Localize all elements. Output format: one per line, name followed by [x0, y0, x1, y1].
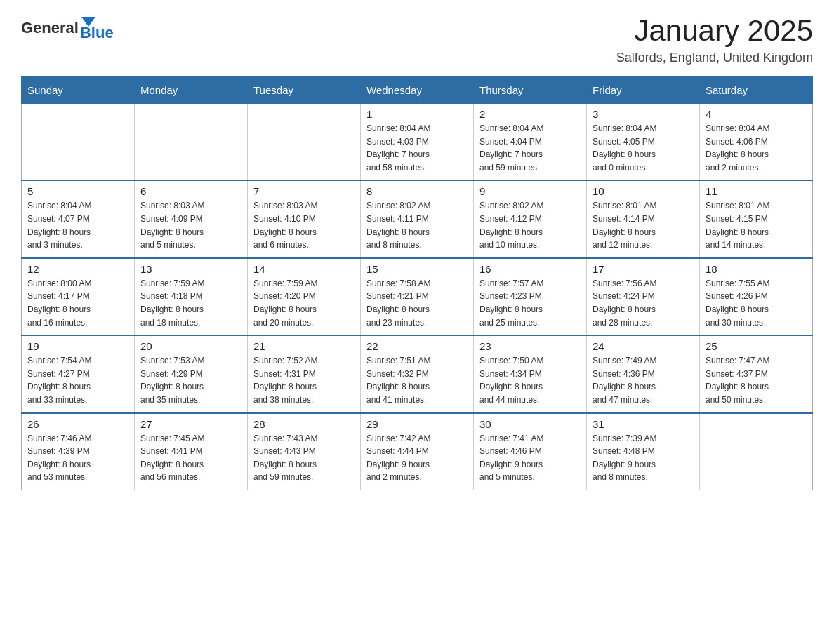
calendar-cell: 22Sunrise: 7:51 AM Sunset: 4:32 PM Dayli…	[361, 335, 474, 412]
day-info: Sunrise: 7:50 AM Sunset: 4:34 PM Dayligh…	[479, 354, 581, 406]
calendar-cell: 12Sunrise: 8:00 AM Sunset: 4:17 PM Dayli…	[22, 258, 135, 335]
day-number: 7	[253, 185, 355, 197]
header-monday: Monday	[135, 77, 248, 104]
header-tuesday: Tuesday	[248, 77, 361, 104]
calendar-cell: 2Sunrise: 8:04 AM Sunset: 4:04 PM Daylig…	[474, 104, 587, 181]
day-info: Sunrise: 7:42 AM Sunset: 4:44 PM Dayligh…	[366, 432, 468, 484]
calendar-cell: 19Sunrise: 7:54 AM Sunset: 4:27 PM Dayli…	[22, 335, 135, 412]
calendar-cell: 29Sunrise: 7:42 AM Sunset: 4:44 PM Dayli…	[361, 413, 474, 490]
day-number: 21	[253, 340, 355, 352]
day-info: Sunrise: 7:39 AM Sunset: 4:48 PM Dayligh…	[593, 432, 694, 484]
calendar-title: January 2025	[616, 14, 813, 48]
day-number: 9	[479, 185, 581, 197]
day-info: Sunrise: 7:58 AM Sunset: 4:21 PM Dayligh…	[366, 277, 468, 329]
day-number: 13	[140, 263, 241, 275]
calendar-cell: 6Sunrise: 8:03 AM Sunset: 4:09 PM Daylig…	[135, 180, 248, 257]
calendar-cell: 11Sunrise: 8:01 AM Sunset: 4:15 PM Dayli…	[700, 180, 813, 257]
calendar-cell: 4Sunrise: 8:04 AM Sunset: 4:06 PM Daylig…	[700, 104, 813, 181]
day-number: 6	[140, 185, 241, 197]
day-info: Sunrise: 8:04 AM Sunset: 4:07 PM Dayligh…	[27, 199, 128, 251]
calendar-table: SundayMondayTuesdayWednesdayThursdayFrid…	[21, 76, 813, 490]
day-number: 5	[27, 185, 128, 197]
day-number: 26	[27, 418, 128, 430]
day-info: Sunrise: 7:51 AM Sunset: 4:32 PM Dayligh…	[366, 354, 468, 406]
day-info: Sunrise: 8:04 AM Sunset: 4:04 PM Dayligh…	[479, 122, 581, 174]
day-info: Sunrise: 8:03 AM Sunset: 4:09 PM Dayligh…	[140, 199, 241, 251]
day-number: 24	[593, 340, 694, 352]
day-number: 22	[366, 340, 468, 352]
day-number: 10	[593, 185, 694, 197]
calendar-cell: 14Sunrise: 7:59 AM Sunset: 4:20 PM Dayli…	[248, 258, 361, 335]
header-friday: Friday	[587, 77, 700, 104]
day-info: Sunrise: 7:49 AM Sunset: 4:36 PM Dayligh…	[593, 354, 694, 406]
day-info: Sunrise: 8:00 AM Sunset: 4:17 PM Dayligh…	[27, 277, 128, 329]
day-number: 14	[253, 263, 355, 275]
calendar-cell: 27Sunrise: 7:45 AM Sunset: 4:41 PM Dayli…	[135, 413, 248, 490]
calendar-cell	[22, 104, 135, 181]
calendar-cell: 26Sunrise: 7:46 AM Sunset: 4:39 PM Dayli…	[22, 413, 135, 490]
day-info: Sunrise: 7:43 AM Sunset: 4:43 PM Dayligh…	[253, 432, 355, 484]
calendar-cell: 7Sunrise: 8:03 AM Sunset: 4:10 PM Daylig…	[248, 180, 361, 257]
logo: General Blue	[21, 14, 114, 42]
calendar-cell: 17Sunrise: 7:56 AM Sunset: 4:24 PM Dayli…	[587, 258, 700, 335]
day-number: 30	[479, 418, 581, 430]
title-section: January 2025 Salfords, England, United K…	[616, 14, 813, 65]
day-info: Sunrise: 8:03 AM Sunset: 4:10 PM Dayligh…	[253, 199, 355, 251]
calendar-cell: 30Sunrise: 7:41 AM Sunset: 4:46 PM Dayli…	[474, 413, 587, 490]
calendar-cell: 24Sunrise: 7:49 AM Sunset: 4:36 PM Dayli…	[587, 335, 700, 412]
day-info: Sunrise: 8:01 AM Sunset: 4:14 PM Dayligh…	[593, 199, 694, 251]
calendar-cell: 15Sunrise: 7:58 AM Sunset: 4:21 PM Dayli…	[361, 258, 474, 335]
day-number: 4	[706, 108, 807, 120]
day-number: 31	[593, 418, 694, 430]
day-info: Sunrise: 7:53 AM Sunset: 4:29 PM Dayligh…	[140, 354, 241, 406]
day-number: 17	[593, 263, 694, 275]
header-thursday: Thursday	[474, 77, 587, 104]
day-info: Sunrise: 7:45 AM Sunset: 4:41 PM Dayligh…	[140, 432, 241, 484]
calendar-cell: 28Sunrise: 7:43 AM Sunset: 4:43 PM Dayli…	[248, 413, 361, 490]
calendar-cell	[248, 104, 361, 181]
calendar-cell: 5Sunrise: 8:04 AM Sunset: 4:07 PM Daylig…	[22, 180, 135, 257]
calendar-cell: 10Sunrise: 8:01 AM Sunset: 4:14 PM Dayli…	[587, 180, 700, 257]
day-number: 29	[366, 418, 468, 430]
page-header: General Blue January 2025 Salfords, Engl…	[21, 14, 813, 65]
day-info: Sunrise: 7:52 AM Sunset: 4:31 PM Dayligh…	[253, 354, 355, 406]
calendar-cell: 23Sunrise: 7:50 AM Sunset: 4:34 PM Dayli…	[474, 335, 587, 412]
day-number: 15	[366, 263, 468, 275]
day-info: Sunrise: 7:56 AM Sunset: 4:24 PM Dayligh…	[593, 277, 694, 329]
calendar-cell	[700, 413, 813, 490]
calendar-week-row: 1Sunrise: 8:04 AM Sunset: 4:03 PM Daylig…	[22, 104, 813, 181]
calendar-cell: 21Sunrise: 7:52 AM Sunset: 4:31 PM Dayli…	[248, 335, 361, 412]
day-number: 23	[479, 340, 581, 352]
header-wednesday: Wednesday	[361, 77, 474, 104]
calendar-cell: 25Sunrise: 7:47 AM Sunset: 4:37 PM Dayli…	[700, 335, 813, 412]
day-info: Sunrise: 8:02 AM Sunset: 4:11 PM Dayligh…	[366, 199, 468, 251]
calendar-subtitle: Salfords, England, United Kingdom	[616, 51, 813, 65]
calendar-header-row: SundayMondayTuesdayWednesdayThursdayFrid…	[22, 77, 813, 104]
logo-general: General	[21, 19, 79, 37]
calendar-cell	[135, 104, 248, 181]
calendar-cell: 16Sunrise: 7:57 AM Sunset: 4:23 PM Dayli…	[474, 258, 587, 335]
day-number: 19	[27, 340, 128, 352]
header-saturday: Saturday	[700, 77, 813, 104]
day-number: 8	[366, 185, 468, 197]
day-number: 16	[479, 263, 581, 275]
calendar-cell: 18Sunrise: 7:55 AM Sunset: 4:26 PM Dayli…	[700, 258, 813, 335]
day-number: 28	[253, 418, 355, 430]
day-info: Sunrise: 7:47 AM Sunset: 4:37 PM Dayligh…	[706, 354, 807, 406]
day-info: Sunrise: 8:02 AM Sunset: 4:12 PM Dayligh…	[479, 199, 581, 251]
calendar-cell: 8Sunrise: 8:02 AM Sunset: 4:11 PM Daylig…	[361, 180, 474, 257]
day-number: 18	[706, 263, 807, 275]
day-info: Sunrise: 8:04 AM Sunset: 4:03 PM Dayligh…	[366, 122, 468, 174]
calendar-cell: 20Sunrise: 7:53 AM Sunset: 4:29 PM Dayli…	[135, 335, 248, 412]
calendar-cell: 3Sunrise: 8:04 AM Sunset: 4:05 PM Daylig…	[587, 104, 700, 181]
day-info: Sunrise: 8:04 AM Sunset: 4:06 PM Dayligh…	[706, 122, 807, 174]
day-number: 25	[706, 340, 807, 352]
header-sunday: Sunday	[22, 77, 135, 104]
day-number: 2	[479, 108, 581, 120]
calendar-cell: 13Sunrise: 7:59 AM Sunset: 4:18 PM Dayli…	[135, 258, 248, 335]
calendar-week-row: 5Sunrise: 8:04 AM Sunset: 4:07 PM Daylig…	[22, 180, 813, 257]
day-info: Sunrise: 7:57 AM Sunset: 4:23 PM Dayligh…	[479, 277, 581, 329]
day-info: Sunrise: 7:46 AM Sunset: 4:39 PM Dayligh…	[27, 432, 128, 484]
day-info: Sunrise: 7:54 AM Sunset: 4:27 PM Dayligh…	[27, 354, 128, 406]
day-number: 1	[366, 108, 468, 120]
